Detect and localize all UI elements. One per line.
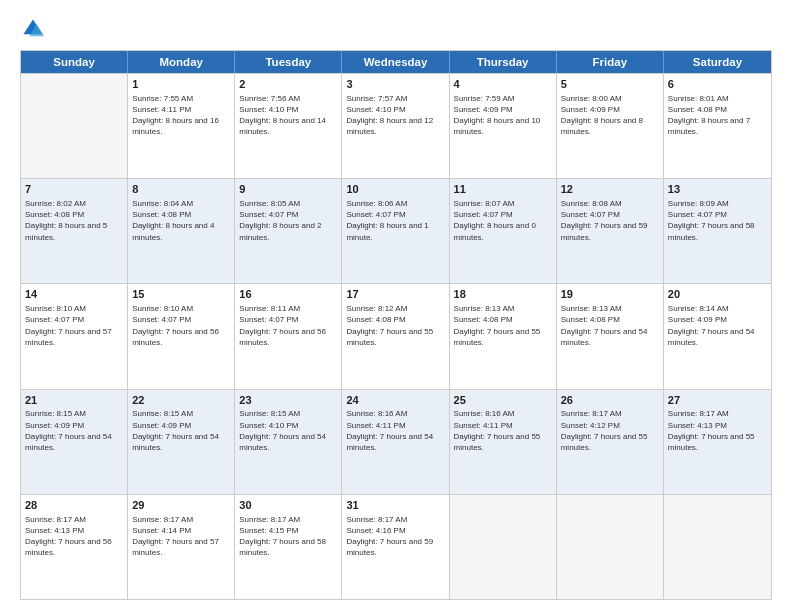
- day-number: 21: [25, 393, 123, 408]
- calendar-row-3: 14Sunrise: 8:10 AMSunset: 4:07 PMDayligh…: [21, 283, 771, 388]
- day-number: 22: [132, 393, 230, 408]
- cell-info: Sunrise: 8:08 AMSunset: 4:07 PMDaylight:…: [561, 198, 659, 243]
- calendar-row-1: 1Sunrise: 7:55 AMSunset: 4:11 PMDaylight…: [21, 73, 771, 178]
- calendar-cell: 18Sunrise: 8:13 AMSunset: 4:08 PMDayligh…: [450, 284, 557, 388]
- day-number: 2: [239, 77, 337, 92]
- calendar-cell: 26Sunrise: 8:17 AMSunset: 4:12 PMDayligh…: [557, 390, 664, 494]
- calendar-body: 1Sunrise: 7:55 AMSunset: 4:11 PMDaylight…: [21, 73, 771, 599]
- header-day-saturday: Saturday: [664, 51, 771, 73]
- calendar-cell: 5Sunrise: 8:00 AMSunset: 4:09 PMDaylight…: [557, 74, 664, 178]
- calendar-row-5: 28Sunrise: 8:17 AMSunset: 4:13 PMDayligh…: [21, 494, 771, 599]
- cell-info: Sunrise: 8:15 AMSunset: 4:09 PMDaylight:…: [132, 408, 230, 453]
- cell-info: Sunrise: 8:15 AMSunset: 4:10 PMDaylight:…: [239, 408, 337, 453]
- calendar-cell: [21, 74, 128, 178]
- day-number: 25: [454, 393, 552, 408]
- page: SundayMondayTuesdayWednesdayThursdayFrid…: [0, 0, 792, 612]
- day-number: 11: [454, 182, 552, 197]
- cell-info: Sunrise: 8:17 AMSunset: 4:16 PMDaylight:…: [346, 514, 444, 559]
- cell-info: Sunrise: 8:15 AMSunset: 4:09 PMDaylight:…: [25, 408, 123, 453]
- header-day-thursday: Thursday: [450, 51, 557, 73]
- day-number: 24: [346, 393, 444, 408]
- cell-info: Sunrise: 8:17 AMSunset: 4:14 PMDaylight:…: [132, 514, 230, 559]
- calendar-cell: 13Sunrise: 8:09 AMSunset: 4:07 PMDayligh…: [664, 179, 771, 283]
- day-number: 28: [25, 498, 123, 513]
- calendar-cell: 27Sunrise: 8:17 AMSunset: 4:13 PMDayligh…: [664, 390, 771, 494]
- day-number: 30: [239, 498, 337, 513]
- cell-info: Sunrise: 8:11 AMSunset: 4:07 PMDaylight:…: [239, 303, 337, 348]
- calendar: SundayMondayTuesdayWednesdayThursdayFrid…: [20, 50, 772, 600]
- cell-info: Sunrise: 7:55 AMSunset: 4:11 PMDaylight:…: [132, 93, 230, 138]
- day-number: 9: [239, 182, 337, 197]
- calendar-cell: 8Sunrise: 8:04 AMSunset: 4:08 PMDaylight…: [128, 179, 235, 283]
- header-day-wednesday: Wednesday: [342, 51, 449, 73]
- day-number: 23: [239, 393, 337, 408]
- day-number: 19: [561, 287, 659, 302]
- day-number: 16: [239, 287, 337, 302]
- cell-info: Sunrise: 8:13 AMSunset: 4:08 PMDaylight:…: [454, 303, 552, 348]
- cell-info: Sunrise: 8:00 AMSunset: 4:09 PMDaylight:…: [561, 93, 659, 138]
- calendar-row-4: 21Sunrise: 8:15 AMSunset: 4:09 PMDayligh…: [21, 389, 771, 494]
- calendar-cell: 3Sunrise: 7:57 AMSunset: 4:10 PMDaylight…: [342, 74, 449, 178]
- cell-info: Sunrise: 8:14 AMSunset: 4:09 PMDaylight:…: [668, 303, 767, 348]
- day-number: 15: [132, 287, 230, 302]
- logo-icon: [22, 18, 44, 40]
- cell-info: Sunrise: 8:16 AMSunset: 4:11 PMDaylight:…: [454, 408, 552, 453]
- day-number: 20: [668, 287, 767, 302]
- cell-info: Sunrise: 8:17 AMSunset: 4:13 PMDaylight:…: [25, 514, 123, 559]
- calendar-cell: 6Sunrise: 8:01 AMSunset: 4:08 PMDaylight…: [664, 74, 771, 178]
- day-number: 1: [132, 77, 230, 92]
- calendar-cell: [664, 495, 771, 599]
- calendar-cell: 16Sunrise: 8:11 AMSunset: 4:07 PMDayligh…: [235, 284, 342, 388]
- calendar-header: SundayMondayTuesdayWednesdayThursdayFrid…: [21, 51, 771, 73]
- cell-info: Sunrise: 8:17 AMSunset: 4:12 PMDaylight:…: [561, 408, 659, 453]
- day-number: 18: [454, 287, 552, 302]
- day-number: 14: [25, 287, 123, 302]
- cell-info: Sunrise: 8:02 AMSunset: 4:08 PMDaylight:…: [25, 198, 123, 243]
- day-number: 27: [668, 393, 767, 408]
- logo: [20, 18, 44, 40]
- header-day-monday: Monday: [128, 51, 235, 73]
- cell-info: Sunrise: 7:57 AMSunset: 4:10 PMDaylight:…: [346, 93, 444, 138]
- calendar-cell: 30Sunrise: 8:17 AMSunset: 4:15 PMDayligh…: [235, 495, 342, 599]
- day-number: 13: [668, 182, 767, 197]
- cell-info: Sunrise: 8:04 AMSunset: 4:08 PMDaylight:…: [132, 198, 230, 243]
- cell-info: Sunrise: 8:17 AMSunset: 4:15 PMDaylight:…: [239, 514, 337, 559]
- calendar-cell: 31Sunrise: 8:17 AMSunset: 4:16 PMDayligh…: [342, 495, 449, 599]
- calendar-cell: 12Sunrise: 8:08 AMSunset: 4:07 PMDayligh…: [557, 179, 664, 283]
- calendar-cell: 20Sunrise: 8:14 AMSunset: 4:09 PMDayligh…: [664, 284, 771, 388]
- calendar-cell: 15Sunrise: 8:10 AMSunset: 4:07 PMDayligh…: [128, 284, 235, 388]
- calendar-cell: 29Sunrise: 8:17 AMSunset: 4:14 PMDayligh…: [128, 495, 235, 599]
- calendar-cell: 10Sunrise: 8:06 AMSunset: 4:07 PMDayligh…: [342, 179, 449, 283]
- calendar-cell: 4Sunrise: 7:59 AMSunset: 4:09 PMDaylight…: [450, 74, 557, 178]
- header: [20, 18, 772, 40]
- day-number: 4: [454, 77, 552, 92]
- cell-info: Sunrise: 8:16 AMSunset: 4:11 PMDaylight:…: [346, 408, 444, 453]
- day-number: 26: [561, 393, 659, 408]
- cell-info: Sunrise: 8:06 AMSunset: 4:07 PMDaylight:…: [346, 198, 444, 243]
- day-number: 6: [668, 77, 767, 92]
- day-number: 12: [561, 182, 659, 197]
- calendar-cell: 17Sunrise: 8:12 AMSunset: 4:08 PMDayligh…: [342, 284, 449, 388]
- calendar-cell: 22Sunrise: 8:15 AMSunset: 4:09 PMDayligh…: [128, 390, 235, 494]
- calendar-cell: 19Sunrise: 8:13 AMSunset: 4:08 PMDayligh…: [557, 284, 664, 388]
- day-number: 5: [561, 77, 659, 92]
- day-number: 3: [346, 77, 444, 92]
- calendar-cell: 9Sunrise: 8:05 AMSunset: 4:07 PMDaylight…: [235, 179, 342, 283]
- cell-info: Sunrise: 8:12 AMSunset: 4:08 PMDaylight:…: [346, 303, 444, 348]
- day-number: 17: [346, 287, 444, 302]
- header-day-tuesday: Tuesday: [235, 51, 342, 73]
- cell-info: Sunrise: 8:07 AMSunset: 4:07 PMDaylight:…: [454, 198, 552, 243]
- day-number: 7: [25, 182, 123, 197]
- cell-info: Sunrise: 8:01 AMSunset: 4:08 PMDaylight:…: [668, 93, 767, 138]
- day-number: 8: [132, 182, 230, 197]
- cell-info: Sunrise: 8:13 AMSunset: 4:08 PMDaylight:…: [561, 303, 659, 348]
- calendar-cell: 2Sunrise: 7:56 AMSunset: 4:10 PMDaylight…: [235, 74, 342, 178]
- calendar-cell: 23Sunrise: 8:15 AMSunset: 4:10 PMDayligh…: [235, 390, 342, 494]
- calendar-cell: 28Sunrise: 8:17 AMSunset: 4:13 PMDayligh…: [21, 495, 128, 599]
- cell-info: Sunrise: 8:09 AMSunset: 4:07 PMDaylight:…: [668, 198, 767, 243]
- cell-info: Sunrise: 8:10 AMSunset: 4:07 PMDaylight:…: [25, 303, 123, 348]
- calendar-cell: 21Sunrise: 8:15 AMSunset: 4:09 PMDayligh…: [21, 390, 128, 494]
- calendar-cell: 14Sunrise: 8:10 AMSunset: 4:07 PMDayligh…: [21, 284, 128, 388]
- day-number: 29: [132, 498, 230, 513]
- day-number: 10: [346, 182, 444, 197]
